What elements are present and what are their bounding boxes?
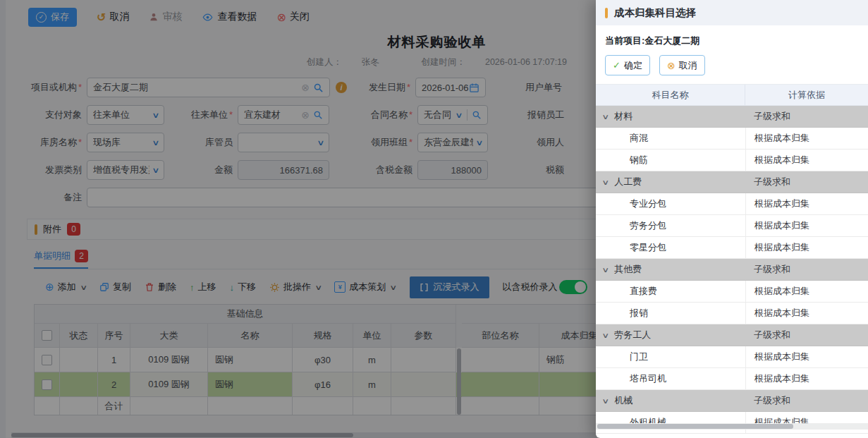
calc-basis-cell: 根据成本归集 [745,346,868,368]
subject-name-cell[interactable]: 零星分包 [596,237,745,259]
subject-name: 商混 [596,132,648,145]
app-window: ✓ 保存 ↺ 取消 审核 查看数据 ⊗ 关闭 材料采购验收单 创建人：张冬 [0,0,868,438]
subject-row[interactable]: 专业分包根据成本归集 [596,193,868,215]
subject-name: 劳务工人 [614,329,651,341]
calc-basis-cell: 子级求和 [745,106,868,128]
subject-name: 报销 [596,307,648,320]
subject-name: 其他费 [614,263,642,276]
calc-basis-cell: 根据成本归集 [745,303,868,324]
panel-title: 成本归集科目选择 [614,6,696,20]
calc-basis-cell: 根据成本归集 [745,237,868,259]
subject-group-row[interactable]: ∨其他费子级求和 [596,259,868,281]
subject-row[interactable]: 门卫根据成本归集 [596,346,868,368]
subject-row[interactable]: 塔吊司机根据成本归集 [596,368,868,390]
subject-group-row[interactable]: ∨材料子级求和 [596,106,868,128]
subject-name-cell[interactable]: ∨其他费 [596,259,745,281]
subject-name-cell[interactable]: 钢筋 [596,150,745,171]
chevron-down-icon[interactable]: ∨ [601,113,609,121]
subject-name: 材料 [614,110,632,123]
calc-basis-cell: 根据成本归集 [745,281,868,303]
subject-name: 劳务分包 [596,219,666,232]
panel-buttons: ✓ 确定 ⊗ 取消 [605,55,859,75]
subject-group-row[interactable]: ∨机械子级求和 [596,390,868,412]
subject-name: 专业分包 [596,197,666,210]
panel-header: 成本归集科目选择 [596,0,868,25]
subject-table-header: 科目名称 计算依据 [596,85,868,106]
subject-name: 门卫 [596,351,648,363]
panel-scrollbar-thumb[interactable] [597,424,793,429]
panel-cancel-button[interactable]: ⊗ 取消 [659,55,705,75]
subject-name-cell[interactable]: 直接费 [596,281,745,303]
chevron-down-icon[interactable]: ∨ [601,178,609,186]
panel-horizontal-scrollbar[interactable] [596,423,868,430]
subject-table: 科目名称 计算依据 ∨材料子级求和商混根据成本归集钢筋根据成本归集∨人工费子级求… [596,84,868,434]
subject-name: 机械 [614,394,632,407]
subject-row[interactable]: 零星分包根据成本归集 [596,237,868,259]
subject-row[interactable]: 劳务分包根据成本归集 [596,215,868,237]
calc-basis-cell: 子级求和 [745,171,868,193]
calc-basis-cell: 根据成本归集 [745,193,868,215]
subject-row[interactable]: 报销根据成本归集 [596,303,868,324]
subject-row[interactable]: 直接费根据成本归集 [596,281,868,303]
subject-name: 直接费 [596,285,657,298]
subject-name: 塔吊司机 [596,372,666,385]
subject-group-row[interactable]: ∨劳务工人子级求和 [596,324,868,346]
subject-name-cell[interactable]: 报销 [596,303,745,324]
subject-group-row[interactable]: ∨人工费子级求和 [596,171,868,193]
subject-row[interactable]: 商混根据成本归集 [596,128,868,150]
cancel-circle-icon: ⊗ [667,60,676,71]
cost-subject-panel: 成本归集科目选择 当前项目:金石大厦二期 ✓ 确定 ⊗ 取消 科目名称 计算依据… [596,0,868,438]
calc-basis-cell: 子级求和 [745,390,868,412]
subject-name-cell[interactable]: 塔吊司机 [596,368,745,390]
subject-name-cell[interactable]: 劳务分包 [596,215,745,237]
chevron-down-icon[interactable]: ∨ [601,331,609,339]
calc-basis-cell: 根据成本归集 [745,215,868,237]
subject-name-cell[interactable]: 门卫 [596,346,745,368]
subject-name-cell[interactable]: ∨劳务工人 [596,324,745,346]
subject-name: 钢筋 [596,154,648,166]
col-subject-name: 科目名称 [596,85,745,106]
calc-basis-cell: 子级求和 [745,324,868,346]
col-calc-basis: 计算依据 [745,85,868,106]
calc-basis-cell: 根据成本归集 [745,150,868,171]
subject-name-cell[interactable]: ∨机械 [596,390,745,412]
calc-basis-cell: 根据成本归集 [745,368,868,390]
chevron-down-icon[interactable]: ∨ [601,266,609,274]
section-marker [605,8,608,18]
subject-name-cell[interactable]: ∨材料 [596,106,745,128]
subject-row[interactable]: 钢筋根据成本归集 [596,150,868,171]
confirm-button[interactable]: ✓ 确定 [605,55,650,75]
subject-name-cell[interactable]: 商混 [596,128,745,150]
subject-table-body: ∨材料子级求和商混根据成本归集钢筋根据成本归集∨人工费子级求和专业分包根据成本归… [596,106,868,434]
subject-name-cell[interactable]: ∨人工费 [596,171,745,193]
subject-name-cell[interactable]: 专业分包 [596,193,745,215]
current-project: 当前项目:金石大厦二期 [605,35,859,47]
chevron-down-icon[interactable]: ∨ [601,397,609,405]
panel-cancel-label: 取消 [679,59,697,72]
check-icon: ✓ [613,60,621,71]
calc-basis-cell: 子级求和 [745,259,868,281]
calc-basis-cell: 根据成本归集 [745,128,868,150]
subject-name: 零星分包 [596,241,666,254]
subject-name: 人工费 [614,176,642,188]
confirm-label: 确定 [624,59,642,72]
